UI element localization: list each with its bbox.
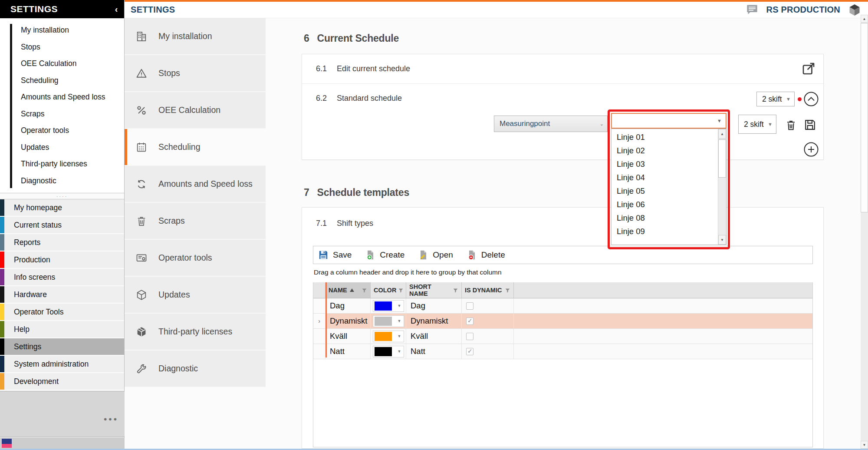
sidebar-item-reports[interactable]: Reports [0,234,124,251]
quick-link-third-party-licenses[interactable]: Third-party licenses [0,156,124,172]
table-row-natt[interactable]: Natt ▼ Natt [313,344,812,359]
name-cell[interactable]: Dag [326,298,371,313]
column-header-name[interactable]: NAME [326,282,371,298]
delete-row-button[interactable] [785,119,797,132]
sidebar-overflow-menu[interactable]: ••• [104,414,118,424]
settings-nav-amounts-speed-loss[interactable]: Amounts and Speed loss [125,166,266,203]
settings-nav-diagnostic[interactable]: Diagnostic [125,351,266,387]
option-linje-01[interactable]: Linje 01 [612,130,718,144]
short-name-cell[interactable]: Natt [406,344,462,359]
scroll-down-icon[interactable]: ▼ [718,235,726,245]
add-row-button[interactable] [803,142,819,157]
option-linje-05[interactable]: Linje 05 [612,184,718,198]
standard-schedule-select[interactable]: 2 skift ▼ [756,92,795,106]
short-name-cell[interactable]: Dag [406,298,462,313]
option-linje-08[interactable]: Linje 08 [612,211,718,225]
name-cell[interactable]: Natt [326,344,371,359]
quick-link-my-installation[interactable]: My installation [0,22,124,39]
scrollbar-thumb[interactable] [861,23,868,212]
save-row-button[interactable] [803,118,817,132]
settings-nav-oee-calculation[interactable]: OEE Calculation [125,92,266,129]
sidebar-item-my-homepage[interactable]: My homepage [0,199,124,216]
column-header-color[interactable]: COLOR [371,282,406,298]
page-scrollbar[interactable]: ▲ ▼ [861,15,868,450]
table-row-kvall[interactable]: Kväll ▼ Kväll [313,329,812,344]
settings-nav-my-installation[interactable]: My installation [125,18,266,55]
settings-nav-third-party-licenses[interactable]: Third-party licenses [125,314,266,351]
filter-funnel-icon[interactable] [503,288,510,293]
sidebar-item-operator-tools[interactable]: Operator Tools [0,304,124,320]
row-expander-cell[interactable] [313,329,326,344]
quick-link-stops[interactable]: Stops [0,39,124,56]
is-dynamic-checkbox[interactable] [466,333,473,340]
name-cell[interactable]: Dynamiskt [326,314,371,328]
scroll-down-icon[interactable]: ▼ [861,441,868,449]
is-dynamic-checkbox[interactable] [466,348,473,355]
create-button[interactable]: Create [365,249,404,261]
quick-link-oee-calculation[interactable]: OEE Calculation [0,55,124,72]
filter-funnel-icon[interactable] [451,288,458,293]
short-name-cell[interactable]: Dynamiskt [406,314,462,328]
color-picker[interactable]: ▼ [373,315,404,327]
sidebar-item-help[interactable]: Help [0,321,124,338]
sidebar-item-info-screens[interactable]: Info screens [0,269,124,285]
option-linje-06[interactable]: Linje 06 [612,198,718,211]
settings-nav-scheduling[interactable]: Scheduling [125,129,266,166]
sidebar-item-current-status[interactable]: Current status [0,217,124,233]
column-header-short-name[interactable]: SHORT NAME [406,282,462,298]
color-picker[interactable]: ▼ [373,300,404,312]
sidebar-item-development[interactable]: Development [0,373,124,390]
collapse-sidebar-icon[interactable]: ‹ [115,5,118,13]
measuringpoint-select[interactable]: Measuringpoint ⌄ [494,116,608,132]
option-linje-03[interactable]: Linje 03 [612,157,718,171]
short-name-cell[interactable]: Kväll [406,329,462,344]
listbox-scrollbar[interactable]: ▲ ▼ [718,129,726,245]
column-header-is-dynamic[interactable]: IS DYNAMIC [462,282,514,298]
row-schedule-select[interactable]: 2 skift ▼ [738,115,776,134]
filter-funnel-icon[interactable] [396,288,404,293]
sidebar-item-settings[interactable]: Settings [0,338,124,355]
quick-link-amounts-speed-loss[interactable]: Amounts and Speed loss [0,89,124,106]
sidebar-item-production[interactable]: Production [0,251,124,268]
scrollbar-thumb[interactable] [718,139,726,178]
sidebar-item-hardware[interactable]: Hardware [0,286,124,303]
is-dynamic-checkbox[interactable] [466,318,473,325]
settings-nav-updates[interactable]: Updates [125,277,266,314]
save-button[interactable]: Save [318,249,352,261]
quick-link-scraps[interactable]: Scraps [0,106,124,122]
option-linje-09[interactable]: Linje 09 [612,225,718,238]
option-linje-02[interactable]: Linje 02 [612,144,718,157]
measuringpoint-value-annotation: ▼ Linje 01 Linje 02 Linje 03 Linje 04 Li… [608,109,730,249]
delete-button[interactable]: Delete [466,249,505,261]
color-picker[interactable]: ▼ [373,346,404,357]
scroll-up-icon[interactable]: ▲ [718,129,726,139]
quick-link-operator-tools[interactable]: Operator tools [0,122,124,139]
settings-nav-operator-tools[interactable]: Operator tools [125,240,266,277]
row-expander-cell[interactable] [313,298,326,313]
hexagon-logo[interactable] [848,3,861,17]
row-expander-cell[interactable] [313,344,326,359]
scroll-up-icon[interactable]: ▲ [861,15,868,23]
option-linje-04[interactable]: Linje 04 [612,171,718,184]
open-external-icon[interactable] [801,61,816,76]
collapse-section-button[interactable] [803,91,819,107]
sidebar-resize-handle[interactable]: ···· [0,193,124,199]
sidebar-item-system-administration[interactable]: System administration [0,356,124,372]
color-picker[interactable]: ▼ [373,331,404,342]
table-row-dag[interactable]: Dag ▼ Dag [313,298,812,314]
is-dynamic-checkbox[interactable] [466,302,473,310]
name-cell[interactable]: Kväll [326,329,371,344]
table-row-dynamiskt[interactable]: › Dynamiskt ▼ Dynamiskt [313,314,812,329]
quick-link-updates[interactable]: Updates [0,139,124,156]
quick-link-diagnostic[interactable]: Diagnostic [0,172,124,189]
filter-funnel-icon[interactable] [360,288,367,293]
settings-nav-stops[interactable]: Stops [125,55,266,92]
feedback-chat-icon[interactable] [746,4,759,16]
schedule-line-combobox[interactable]: ▼ [611,113,727,129]
open-button[interactable]: Open [418,249,453,261]
language-flag-icon[interactable] [2,439,12,448]
settings-nav-label: Diagnostic [158,364,198,374]
row-expander-cell[interactable]: › [313,314,326,328]
settings-nav-scraps[interactable]: Scraps [125,203,266,240]
quick-link-scheduling[interactable]: Scheduling [0,72,124,89]
